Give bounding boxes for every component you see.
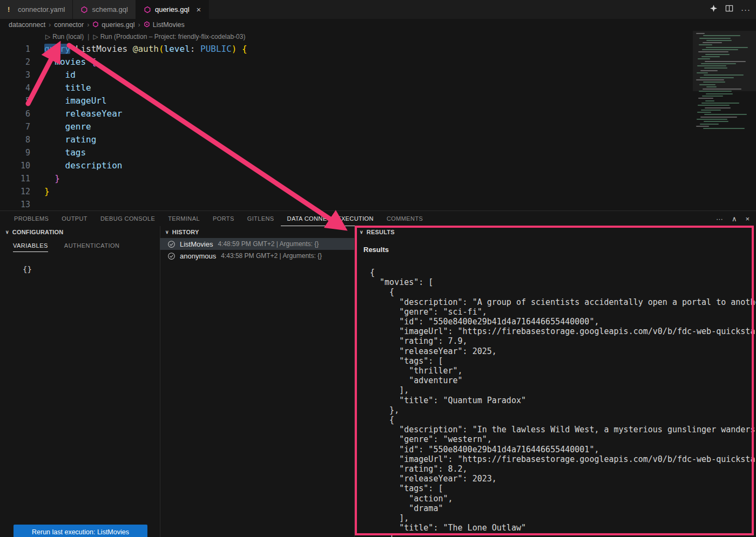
close-tab-icon[interactable]: ×	[197, 5, 201, 13]
results-title: Results	[363, 246, 756, 254]
tab-queries-gql[interactable]: queries.gql ×	[136, 0, 209, 19]
split-editor-icon[interactable]	[725, 4, 733, 15]
minimap-line	[698, 98, 713, 99]
tab-connector-yaml[interactable]: ! connector.yaml	[0, 0, 73, 19]
code-line[interactable]: 13	[0, 198, 756, 210]
minimap-line	[703, 128, 745, 129]
code-line[interactable]: 8 rating	[0, 133, 756, 146]
history-list: ListMovies4:48:59 PM GMT+2 | Arguments: …	[160, 238, 354, 262]
code-line[interactable]: 9 tags	[0, 146, 756, 159]
code-line[interactable]: 3 id	[0, 69, 756, 81]
json-line: },	[370, 405, 756, 415]
code-text: title	[44, 81, 91, 94]
line-number: 7	[0, 120, 30, 133]
json-line: "genre": "western",	[370, 434, 756, 444]
more-actions-icon[interactable]: ···	[741, 5, 751, 14]
pass-icon	[167, 252, 176, 260]
panel-tab-bar: PROBLEMSOUTPUTDEBUG CONSOLETERMINALPORTS…	[0, 211, 756, 226]
code-lines: 1query ListMovies @auth(level: PUBLIC) {…	[0, 43, 756, 210]
minimap-line	[704, 114, 747, 115]
codelens-bar: ▷ Run (local) | ▷ Run (Production – Proj…	[45, 31, 756, 43]
breadcrumb-label: ListMovies	[153, 21, 185, 29]
code-line[interactable]: 4 title	[0, 81, 756, 94]
run-production-link[interactable]: ▷ Run (Production – Project: friendly-fl…	[93, 33, 245, 40]
history-item[interactable]: ListMovies4:48:59 PM GMT+2 | Arguments: …	[160, 238, 354, 250]
code-line[interactable]: 11 }	[0, 172, 756, 185]
panel-tab-terminal[interactable]: TERMINAL	[161, 211, 206, 226]
tab-authentication[interactable]: AUTHENTICATION	[64, 242, 120, 252]
code-text: }	[44, 172, 60, 185]
editor-actions: ···	[710, 0, 751, 19]
history-item[interactable]: anonymous4:43:58 PM GMT+2 | Arguments: {…	[160, 250, 354, 262]
code-editor[interactable]: ▷ Run (local) | ▷ Run (Production – Proj…	[0, 31, 756, 210]
json-line: }	[370, 533, 756, 537]
json-line: "rating": 8.2,	[370, 464, 756, 474]
code-line[interactable]: 12}	[0, 185, 756, 198]
variables-value[interactable]: {}	[23, 265, 160, 274]
codelens-separator: |	[87, 33, 89, 40]
configuration-header[interactable]: ∨ CONFIGURATION	[0, 226, 160, 238]
yaml-warning-icon: !	[8, 5, 14, 13]
minimap-line	[701, 103, 739, 104]
code-line[interactable]: 5 imageUrl	[0, 94, 756, 107]
minimap-line	[700, 117, 737, 118]
json-line: {	[370, 268, 756, 277]
code-text: movies {	[44, 56, 96, 69]
panel-tab-comments[interactable]: COMMENTS	[380, 211, 429, 226]
line-number: 11	[0, 172, 30, 185]
json-line: "title": "The Lone Outlaw"	[370, 523, 756, 533]
line-number: 4	[0, 81, 30, 94]
panel-tab-data-connect-execution[interactable]: DATA CONNECT EXECUTION	[281, 211, 380, 226]
panel-tab-problems[interactable]: PROBLEMS	[8, 211, 55, 226]
code-text: id	[44, 69, 76, 81]
chevron-right-icon: ›	[49, 21, 51, 29]
minimap-line	[700, 124, 719, 125]
panel-maximize-icon[interactable]: ∧	[732, 215, 737, 223]
json-line: "description": "In the lawless Wild West…	[370, 425, 756, 434]
minimap-line	[705, 107, 731, 108]
line-number: 9	[0, 146, 30, 159]
history-item-meta: 4:43:58 PM GMT+2 | Arguments: {}	[221, 252, 322, 260]
graphql-icon	[144, 6, 151, 13]
json-line: "description": "A group of scientists ac…	[370, 297, 756, 307]
results-header[interactable]: ∨ RESULTS	[354, 226, 756, 238]
results-json: { "movies": [ { "description": "A group …	[370, 268, 756, 537]
run-local-link[interactable]: ▷ Run (local)	[45, 33, 84, 40]
code-text: genre	[44, 120, 91, 133]
code-line[interactable]: 1query ListMovies @auth(level: PUBLIC) {	[0, 43, 756, 56]
graphql-icon	[92, 21, 99, 29]
json-line: "id": "550e8400e29b41d4a716446655440001"…	[370, 445, 756, 454]
panel-tab-output[interactable]: OUTPUT	[55, 211, 94, 226]
code-line[interactable]: 2 movies {	[0, 56, 756, 69]
line-number: 2	[0, 56, 30, 69]
line-number: 3	[0, 69, 30, 81]
line-number: 5	[0, 94, 30, 107]
tab-schema-gql[interactable]: schema.gql	[73, 0, 136, 19]
bottom-panel: PROBLEMSOUTPUTDEBUG CONSOLETERMINALPORTS…	[0, 210, 756, 537]
tab-variables[interactable]: VARIABLES	[13, 242, 48, 252]
code-line[interactable]: 6 releaseYear	[0, 107, 756, 120]
panel-tab-ports[interactable]: PORTS	[206, 211, 241, 226]
breadcrumb-item[interactable]: dataconnect	[9, 21, 45, 29]
code-line[interactable]: 7 genre	[0, 120, 756, 133]
panel-more-icon[interactable]: ···	[716, 215, 723, 223]
breadcrumb-item[interactable]: connector	[54, 21, 84, 29]
minimap[interactable]	[693, 31, 756, 210]
breadcrumb-item[interactable]: ListMovies	[144, 21, 185, 29]
json-line: "thriller",	[370, 366, 756, 376]
panel-close-icon[interactable]: ×	[745, 215, 750, 223]
breadcrumb-label: queries.gql	[102, 21, 134, 29]
rerun-button[interactable]: Rerun last execution: ListMovies	[14, 525, 147, 537]
panel-tab-gitlens[interactable]: GITLENS	[241, 211, 281, 226]
minimap-slider[interactable]	[693, 31, 756, 91]
chevron-down-icon: ∨	[5, 229, 9, 235]
line-number: 1	[0, 43, 30, 56]
minimap-line	[701, 110, 721, 111]
pass-icon	[167, 240, 176, 248]
configuration-tabs: VARIABLES AUTHENTICATION	[0, 242, 160, 252]
code-line[interactable]: 10 description	[0, 159, 756, 172]
history-header[interactable]: ∨ HISTORY	[160, 226, 354, 238]
breadcrumb-item[interactable]: queries.gql	[92, 21, 134, 29]
sparkle-icon[interactable]	[710, 4, 718, 15]
panel-tab-debug-console[interactable]: DEBUG CONSOLE	[94, 211, 161, 226]
